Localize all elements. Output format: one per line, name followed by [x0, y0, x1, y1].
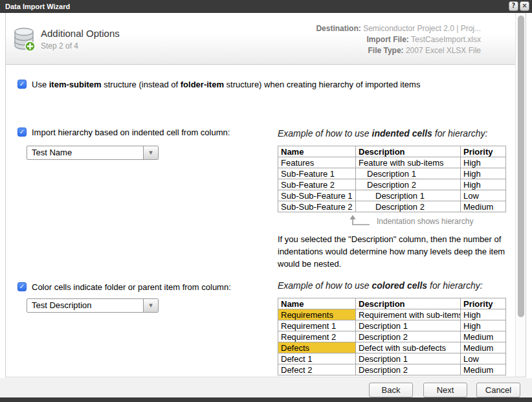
cell-priority: High: [461, 157, 506, 168]
cell-name: Requirement 1: [278, 320, 356, 331]
table-row: Sub-Feature 2Description 2High: [278, 179, 506, 190]
color-column-value: Test Description: [32, 299, 91, 312]
table-row: Requirement 2Description 2Medium: [278, 331, 506, 342]
color-checkbox[interactable]: ✓: [17, 282, 27, 291]
cell-name: Sub-Feature 2: [278, 179, 356, 190]
table-header-row: NameDescriptionPriority: [278, 298, 506, 309]
structure-option-label: Use item-subitem structure (instead of f…: [32, 79, 420, 90]
table-row: Sub-Sub-Feature 2Description 2Medium: [278, 201, 506, 212]
table-row: Sub-Sub-Feature 1Description 1Low: [278, 190, 506, 201]
indent-example-title: Example of how to use indented cells for…: [278, 128, 487, 139]
cell-name: Requirement 2: [278, 331, 356, 342]
indent-example-table: NameDescriptionPriority FeaturesFeature …: [278, 146, 506, 212]
color-example-title: Example of how to use colored cells for …: [278, 280, 483, 291]
import-summary: Destination: Semiconductor Project 2.0 |…: [316, 23, 481, 56]
cell-name: Defects: [278, 342, 356, 353]
cell-description: Description 1: [356, 168, 461, 179]
table-row: FeaturesFeature with sub-itemsHigh: [278, 157, 506, 168]
table-row: Defect 2Description 2Medium: [278, 364, 506, 375]
color-option-row: ✓ Color cells indicate folder or parent …: [17, 282, 231, 293]
column-header: Description: [356, 146, 461, 157]
wizard-header: Additional Options Step 2 of 4 Destinati…: [6, 13, 526, 65]
indent-column-dropdown[interactable]: Test Name ▾: [27, 146, 159, 160]
table-row: DefectsDefect with sub-defectsMedium: [278, 342, 506, 353]
cell-priority: Medium: [461, 201, 506, 212]
destination-line: Destination: Semiconductor Project 2.0 |…: [316, 23, 481, 34]
structure-checkbox[interactable]: ✓: [17, 80, 27, 89]
dialog-bottom-edge: [0, 397, 532, 402]
color-column-dropdown[interactable]: Test Description ▾: [27, 298, 159, 313]
cell-priority: Low: [461, 353, 506, 364]
cell-priority: Low: [461, 190, 506, 201]
cell-name: Defect 1: [278, 353, 356, 364]
file-type-line: File Type: 2007 Excel XLSX File: [316, 45, 481, 56]
cell-name: Defect 2: [278, 364, 356, 375]
import-file-line: Import File: TestCaseImport.xlsx: [316, 34, 481, 45]
cell-description: Description 1: [356, 353, 461, 364]
next-button[interactable]: Next: [423, 383, 467, 397]
cell-name: Features: [278, 157, 356, 168]
column-header: Name: [278, 298, 356, 309]
cell-priority: Medium: [461, 342, 506, 353]
column-header: Priority: [461, 146, 506, 157]
indent-column-value: Test Name: [32, 146, 72, 159]
table-row: Sub-Feature 1Description 1High: [278, 168, 506, 179]
cell-description: Description 2: [356, 179, 461, 190]
cell-description: Description 2: [356, 201, 461, 212]
column-header: Priority: [461, 298, 506, 309]
page-title: Additional Options: [41, 28, 120, 39]
wizard-panel: Additional Options Step 2 of 4 Destinati…: [5, 13, 526, 377]
cell-priority: High: [461, 179, 506, 190]
cell-name: Requirements: [278, 309, 356, 320]
step-indicator: Step 2 of 4: [41, 41, 78, 50]
cell-name: Sub-Sub-Feature 1: [278, 190, 356, 201]
cell-description: Feature with sub-items: [356, 157, 461, 168]
indent-note: If you selected the "Description" column…: [278, 233, 512, 270]
indent-option-row: ✓ Import hierarchy based on indented cel…: [17, 127, 230, 138]
table-row: Requirement 1Description 1High: [278, 320, 506, 331]
cell-priority: High: [461, 168, 506, 179]
column-header: Description: [356, 298, 461, 309]
database-add-icon: [12, 27, 36, 54]
indentation-arrow-icon: [345, 215, 371, 226]
column-header: Name: [278, 146, 356, 157]
cell-description: Defect with sub-defects: [356, 342, 461, 353]
indent-option-label: Import hierarchy based on indented cell …: [32, 127, 230, 138]
back-button[interactable]: Back: [369, 383, 413, 397]
cell-description: Description 1: [356, 190, 461, 201]
vertical-scrollbar[interactable]: [515, 13, 526, 377]
cell-description: Description 2: [356, 364, 461, 375]
structure-option-row: ✓ Use item-subitem structure (instead of…: [17, 79, 420, 90]
color-example-table: NameDescriptionPriority RequirementsRequ…: [278, 298, 506, 375]
indent-checkbox[interactable]: ✓: [17, 128, 27, 137]
cell-description: Description 1: [356, 320, 461, 331]
cell-name: Sub-Sub-Feature 2: [278, 201, 356, 212]
help-button[interactable]: ?: [509, 1, 518, 11]
data-import-wizard-dialog: Data Import Wizard ? × Additional Option…: [0, 0, 532, 402]
cell-name: Sub-Feature 1: [278, 168, 356, 179]
cell-priority: Medium: [461, 331, 506, 342]
table-row: RequirementsRequirement with sub-itemsHi…: [278, 309, 506, 320]
color-option-label: Color cells indicate folder or parent it…: [32, 282, 231, 293]
chevron-down-icon[interactable]: ▾: [143, 299, 158, 312]
dialog-title: Data Import Wizard: [5, 0, 70, 13]
cell-priority: Medium: [461, 364, 506, 375]
dialog-titlebar: Data Import Wizard ? ×: [0, 0, 532, 13]
scrollbar-thumb[interactable]: [518, 16, 524, 317]
close-icon[interactable]: ×: [520, 1, 529, 11]
cell-priority: High: [461, 309, 506, 320]
table-row: Defect 1Description 1Low: [278, 353, 506, 364]
cancel-button[interactable]: Cancel: [476, 383, 520, 397]
indentation-annotation-text: Indentation shows hierarchy: [377, 217, 473, 226]
indentation-annotation: Indentation shows hierarchy: [345, 215, 473, 226]
cell-priority: High: [461, 320, 506, 331]
table-header-row: NameDescriptionPriority: [278, 146, 506, 157]
chevron-down-icon[interactable]: ▾: [143, 146, 158, 159]
cell-description: Requirement with sub-items: [356, 309, 461, 320]
cell-description: Description 2: [356, 331, 461, 342]
